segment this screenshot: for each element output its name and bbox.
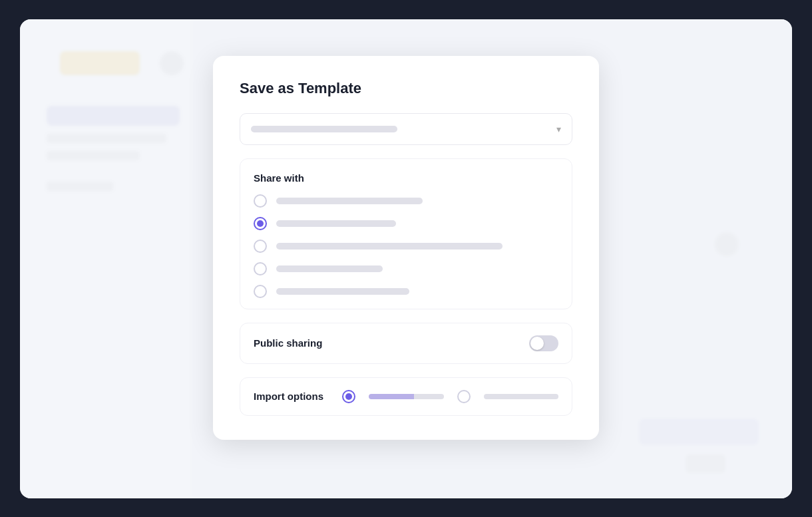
radio-option-2[interactable] <box>254 217 558 230</box>
share-with-section: Share with <box>240 158 572 309</box>
radio-option-3[interactable] <box>254 240 558 253</box>
save-as-template-modal: Save as Template ▾ Share with <box>213 56 599 440</box>
app-window: Save as Template ▾ Share with <box>20 19 792 498</box>
public-sharing-toggle[interactable] <box>529 335 558 351</box>
share-with-title: Share with <box>254 172 558 184</box>
radio-circle-5[interactable] <box>254 285 267 298</box>
radio-circle-4[interactable] <box>254 262 267 275</box>
share-with-options <box>254 194 558 298</box>
radio-label-3 <box>276 243 503 250</box>
radio-label-5 <box>276 288 409 295</box>
modal-backdrop: Save as Template ▾ Share with <box>20 19 792 498</box>
radio-dot-2 <box>257 220 264 227</box>
public-sharing-section: Public sharing <box>240 323 572 364</box>
import-options-title: Import options <box>254 391 323 402</box>
radio-circle-1[interactable] <box>254 194 267 208</box>
radio-label-1 <box>276 198 423 204</box>
toggle-knob <box>530 337 544 350</box>
import-options-section: Import options <box>240 377 572 416</box>
radio-option-1[interactable] <box>254 194 558 208</box>
public-sharing-title: Public sharing <box>254 337 322 349</box>
import-radio-empty[interactable] <box>457 390 471 403</box>
chevron-down-icon: ▾ <box>556 124 561 134</box>
import-radio-selected[interactable] <box>342 390 355 403</box>
dropdown-placeholder <box>251 126 397 132</box>
modal-title: Save as Template <box>240 80 572 97</box>
radio-label-2 <box>276 220 396 227</box>
import-slider-bar-1[interactable] <box>369 394 444 399</box>
radio-option-4[interactable] <box>254 262 558 275</box>
radio-label-4 <box>276 265 383 272</box>
radio-circle-3[interactable] <box>254 240 267 253</box>
radio-option-5[interactable] <box>254 285 558 298</box>
template-dropdown[interactable]: ▾ <box>240 113 572 145</box>
import-slider-bar-2[interactable] <box>484 394 559 399</box>
radio-circle-2[interactable] <box>254 217 267 230</box>
import-radio-dot <box>345 393 352 400</box>
